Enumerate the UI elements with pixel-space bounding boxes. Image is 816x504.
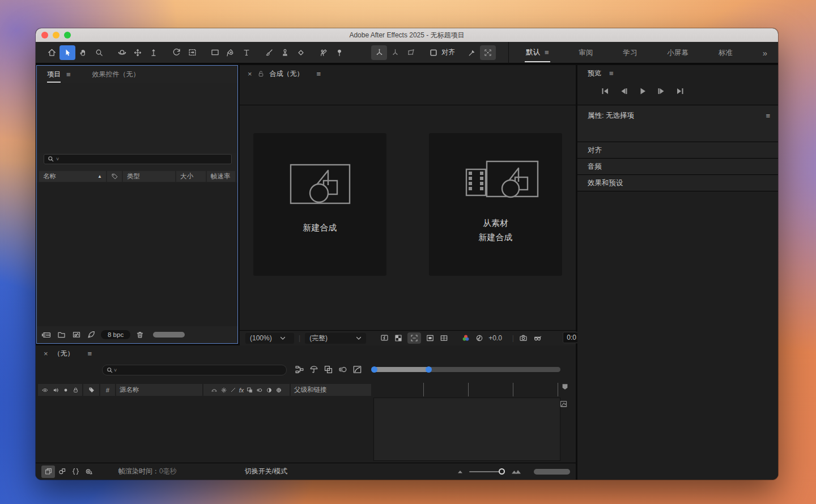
hand-tool[interactable] [75, 45, 91, 60]
collapse-transformations-icon[interactable] [220, 387, 227, 394]
snap-to-features-button[interactable] [480, 45, 496, 60]
pan-camera-tool[interactable] [130, 45, 146, 60]
quality-icon[interactable] [230, 387, 236, 393]
roto-brush-tool[interactable] [316, 45, 332, 60]
guides-rulers-icon[interactable] [439, 334, 449, 343]
timeline-zoom-slider[interactable] [469, 471, 503, 472]
project-item-list[interactable] [37, 182, 237, 326]
source-name-column[interactable]: 源名称 [116, 384, 202, 396]
type-tool[interactable] [239, 45, 254, 60]
render-time-pane-icon[interactable] [82, 465, 96, 478]
zoom-window-button[interactable] [64, 32, 71, 39]
new-folder-icon[interactable] [57, 330, 66, 339]
puppet-pin-tool[interactable] [332, 45, 347, 60]
project-settings-icon[interactable] [87, 330, 96, 339]
exposure-value[interactable]: +0.0 [488, 334, 502, 342]
preview-menu-icon[interactable]: ≡ [609, 69, 614, 78]
workspace-tab-small-screen[interactable]: 小屏幕 [666, 43, 690, 62]
effects-fx-icon[interactable]: fx [239, 387, 244, 394]
mini-flowchart-icon[interactable] [294, 365, 305, 374]
frame-blending-icon[interactable] [323, 365, 334, 374]
motion-blur-switch-icon[interactable] [256, 387, 263, 394]
frame-blend-switch-icon[interactable] [246, 387, 253, 394]
transparency-grid-icon[interactable] [394, 334, 403, 343]
channel-color-icon[interactable] [461, 334, 470, 343]
interpret-footage-icon[interactable] [41, 330, 52, 339]
motion-blur-icon[interactable] [338, 365, 348, 374]
rectangle-tool[interactable] [207, 45, 223, 60]
marker-bin-icon[interactable] [561, 383, 569, 391]
properties-menu-icon[interactable]: ≡ [766, 112, 770, 120]
workspace-tab-review[interactable]: 审阅 [578, 43, 594, 62]
next-frame-button[interactable] [654, 86, 669, 97]
timeline-tab[interactable]: （无） [54, 349, 74, 358]
tab-effect-controls[interactable]: 效果控件（无） [92, 70, 140, 79]
project-panel-menu-icon[interactable]: ≡ [66, 70, 71, 79]
resolution-dropdown[interactable]: (完整) [305, 333, 366, 344]
properties-title[interactable]: 属性: 无选择项 [588, 111, 634, 121]
align-section-header[interactable]: 对齐 [577, 142, 778, 159]
workspace-tab-standard[interactable]: 标准 [717, 43, 734, 62]
clone-stamp-tool[interactable] [277, 45, 293, 60]
video-eye-icon[interactable] [41, 387, 49, 394]
workspace-tab-default[interactable]: 默认 ≡ [525, 42, 550, 62]
dolly-camera-tool[interactable] [146, 45, 162, 60]
column-size[interactable]: 大小 [176, 171, 206, 182]
mask-visibility-icon[interactable] [426, 334, 435, 343]
project-scrollbar[interactable] [153, 332, 185, 338]
column-label[interactable] [107, 171, 122, 182]
audio-section-header[interactable]: 音频 [577, 159, 778, 175]
home-button[interactable] [44, 45, 60, 60]
pen-tool[interactable] [223, 45, 239, 60]
parent-link-column[interactable]: 父级和链接 [291, 384, 371, 396]
exposure-reset-icon[interactable] [475, 334, 484, 343]
label-column[interactable] [83, 384, 99, 396]
column-name[interactable]: 名称 ▲ [39, 171, 106, 182]
search-options-chevron-icon[interactable]: ˅ [114, 368, 117, 373]
lock-icon[interactable] [72, 387, 79, 394]
view-axis-mode-button[interactable] [403, 45, 419, 60]
snap-beyond-edges-button[interactable] [464, 45, 480, 60]
new-composition-tile[interactable]: 新建合成 [253, 133, 386, 276]
zoom-slider-knob[interactable] [499, 468, 505, 475]
workspace-menu-icon[interactable]: ≡ [545, 48, 549, 57]
minimize-window-button[interactable] [53, 32, 60, 39]
previous-frame-button[interactable] [617, 86, 631, 97]
composition-tab[interactable]: 合成（无） [270, 69, 304, 79]
bit-depth-button[interactable]: 8 bpc [101, 330, 130, 339]
zoom-tool[interactable] [91, 45, 107, 60]
timeline-search-field[interactable]: ˅ [102, 365, 287, 375]
rotation-tool[interactable] [168, 45, 184, 60]
solo-icon[interactable] [63, 387, 69, 393]
column-framerate[interactable]: 帧速率 [207, 171, 235, 182]
selection-tool[interactable] [60, 45, 75, 60]
region-of-interest-icon[interactable] [407, 332, 421, 344]
toggle-switches-modes-button[interactable]: 切换开关/模式 [245, 467, 287, 476]
adjustment-layer-icon[interactable] [266, 387, 273, 394]
navigator-start-handle[interactable] [371, 366, 377, 373]
close-panel-icon[interactable]: × [44, 349, 48, 358]
3d-layer-icon[interactable] [275, 387, 282, 394]
world-axis-mode-button[interactable] [387, 45, 403, 60]
composition-panel-menu-icon[interactable]: ≡ [317, 70, 321, 78]
navigator-end-handle[interactable] [426, 366, 432, 373]
shy-icon[interactable] [211, 387, 218, 394]
camera-tool[interactable] [184, 45, 200, 60]
time-navigator-range[interactable] [373, 367, 429, 372]
play-button[interactable] [635, 86, 650, 97]
magnification-dropdown[interactable]: (100%) [245, 333, 294, 344]
tab-project[interactable]: 项目 [47, 66, 61, 83]
draft-3d-icon[interactable] [309, 365, 319, 374]
close-panel-icon[interactable]: × [248, 70, 252, 78]
snapshot-camera-icon[interactable] [518, 334, 528, 343]
transfer-controls-pane-icon[interactable] [55, 465, 69, 478]
unlock-icon[interactable] [257, 70, 265, 78]
audio-speaker-icon[interactable] [52, 387, 60, 394]
index-column[interactable]: # [100, 384, 115, 396]
time-ruler[interactable] [373, 383, 564, 396]
snapping-label[interactable]: 对齐 [441, 48, 455, 57]
brush-tool[interactable] [261, 45, 277, 60]
search-options-chevron-icon[interactable]: ˅ [56, 156, 59, 162]
comp-button-icon[interactable] [559, 400, 568, 408]
layer-switches-pane-icon[interactable] [41, 465, 55, 478]
